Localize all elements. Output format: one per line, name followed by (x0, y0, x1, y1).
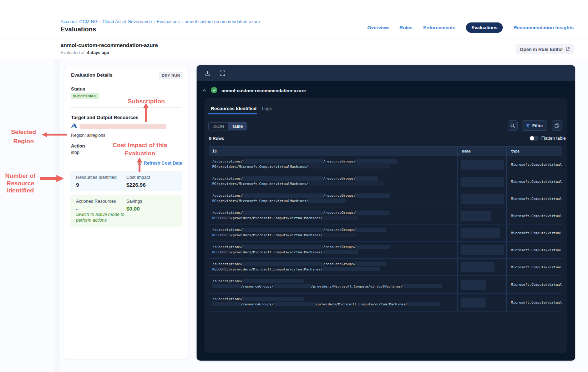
table-row[interactable]: /subscriptions//resourceGroups//provider… (209, 293, 562, 311)
redacted-segment (323, 216, 358, 220)
cell-type: Microsoft.Compute/virtualMachines (506, 242, 562, 258)
cost-impact-value: $226.96 (126, 182, 150, 188)
resources-identified-value: 9 (76, 182, 117, 188)
cell-name (457, 207, 506, 224)
column-header-name[interactable]: name (457, 146, 506, 156)
rows-count: 9 Rows (209, 136, 224, 141)
view-json-button[interactable]: JSON (209, 123, 228, 130)
redacted-name (461, 262, 495, 272)
download-icon[interactable] (204, 70, 211, 76)
open-rule-editor-button[interactable]: Open in Rule Editor (516, 44, 574, 54)
redacted-segment (243, 228, 323, 232)
redacted-segment (356, 211, 390, 215)
nav-rules[interactable]: Rules (399, 25, 412, 30)
redacted-segment (323, 250, 358, 254)
redacted-segment (212, 302, 241, 306)
flatten-table-toggle[interactable] (529, 136, 539, 141)
nav-overview[interactable]: Overview (367, 25, 389, 30)
external-link-icon (566, 47, 570, 51)
redacted-segment (403, 284, 442, 288)
active-mode-note: Switch to active mode toperform actions (76, 212, 124, 223)
results-panel: anmol-custom-recommendation-azure Resour… (197, 65, 575, 361)
nav-recommendation-insights[interactable]: Recommendation Insights (513, 25, 574, 30)
cell-type: Microsoft.Compute/virtualMachines (506, 207, 562, 224)
table-row[interactable]: /subscriptions//resourceGroups/RG/provid… (209, 190, 562, 207)
search-button[interactable] (508, 120, 518, 131)
selected-region-arrow (41, 131, 68, 138)
collapse-chevron-icon[interactable] (202, 89, 207, 92)
redacted-name (461, 228, 500, 238)
table-row[interactable]: /subscriptions//resourceGroups/RG/provid… (209, 156, 562, 173)
breadcrumb-item[interactable]: Account: CCM-NG (61, 19, 98, 24)
cell-name (457, 190, 506, 207)
cell-id: /subscriptions//resourceGroups/RG/provid… (209, 190, 457, 207)
status-label: Status (71, 86, 85, 92)
filter-button[interactable]: Filter (522, 120, 547, 131)
evaluation-details-card: Evaluation Details DRY RUN Status SUCCES… (64, 67, 188, 359)
flatten-table-control: Flatten table (529, 136, 566, 141)
actioned-resources-value: - (76, 206, 116, 212)
cell-id: /subscriptions//resourceGroups/RESOURCES… (209, 207, 457, 224)
top-nav: OverviewRulesEnforcementsEvaluationsReco… (367, 21, 574, 33)
savings-value: $0.00 (126, 206, 142, 212)
search-icon (510, 123, 515, 128)
sub-header: anmol-custom-recommendation-azure Evalua… (0, 38, 588, 59)
expand-icon[interactable] (219, 70, 225, 76)
open-rule-editor-label: Open in Rule Editor (520, 47, 563, 52)
page-title: Evaluations (61, 26, 96, 33)
nav-evaluations[interactable]: Evaluations (466, 22, 503, 33)
table-row[interactable]: /subscriptions//resourceGroups/RESOURCES… (209, 258, 562, 275)
table-row[interactable]: /subscriptions//resourceGroups/RESOURCES… (209, 207, 562, 224)
tab-logs[interactable]: Logs (262, 106, 272, 111)
view-table-button[interactable]: Table (228, 123, 247, 130)
redacted-segment (356, 228, 386, 232)
active-tab-underline (208, 113, 257, 114)
view-mode-toggle: JSON Table (208, 122, 247, 130)
nav-enforcements[interactable]: Enforcements (423, 25, 455, 30)
cell-id: /subscriptions//resourceGroups/RESOURCES… (209, 224, 457, 241)
breadcrumb-item[interactable]: Cloud Asset Governance (102, 19, 152, 24)
cell-id: /subscriptions//resourceGroups/RG/provid… (209, 156, 457, 173)
redacted-segment (243, 279, 304, 283)
copy-button[interactable] (552, 120, 562, 131)
redacted-segment (356, 193, 390, 198)
redacted-segment (323, 267, 380, 271)
cell-id: /subscriptions//resourceGroups/RG/provid… (209, 173, 457, 190)
tab-resources-identified[interactable]: Resources Identified (211, 106, 257, 111)
table-row[interactable]: /subscriptions//resourceGroups/RESOURCES… (209, 241, 562, 258)
results-table-header: id name type (209, 146, 562, 156)
flatten-table-label: Flatten table (541, 136, 566, 141)
cell-name (457, 242, 506, 258)
redacted-segment (274, 302, 316, 306)
details-card-title: Evaluation Details (71, 72, 112, 78)
column-header-id[interactable]: id (209, 146, 457, 156)
breadcrumb: Account: CCM-NG›Cloud Asset Governance›E… (61, 19, 260, 24)
table-row[interactable]: /subscriptions//resourceGroups/RESOURCES… (209, 224, 562, 241)
content-area: Evaluation Details DRY RUN Status SUCCES… (0, 59, 588, 372)
table-row[interactable]: /subscriptions//resourceGroups/RG/provid… (209, 173, 562, 190)
panel-section-title[interactable]: anmol-custom-recommendation-azure (222, 88, 306, 93)
cell-id: /subscriptions//resourceGroups/RESOURCES… (209, 242, 457, 258)
cell-id: /subscriptions//resourceGroups//provider… (209, 294, 457, 311)
breadcrumb-separator: › (100, 20, 101, 24)
refresh-cost-data-link[interactable]: Refresh Cost Data (137, 161, 182, 166)
action-value: stop (71, 150, 80, 155)
cost-impact-arrow (136, 157, 143, 175)
redacted-segment (308, 198, 346, 203)
breadcrumb-item[interactable]: Evaluations (157, 19, 180, 24)
cell-name (457, 276, 506, 293)
resource-count-arrow (39, 174, 64, 183)
cell-name (457, 294, 506, 311)
results-table-body: /subscriptions//resourceGroups/RG/provid… (209, 156, 562, 311)
redacted-segment (274, 284, 311, 288)
table-row[interactable]: /subscriptions//resourceGroups//provider… (209, 275, 562, 293)
cell-id: /subscriptions//resourceGroups//provider… (209, 276, 457, 293)
column-header-type[interactable]: type (506, 146, 562, 156)
redacted-segment (243, 193, 323, 198)
redacted-segment (212, 284, 241, 288)
subscription-arrow (142, 103, 149, 125)
breadcrumb-item[interactable]: anmol-custom-recommendation-azure (184, 19, 260, 24)
page: Account: CCM-NG›Cloud Asset Governance›E… (0, 0, 588, 372)
cost-impact-label: Cost Impact (126, 175, 150, 180)
redacted-name (461, 280, 486, 290)
